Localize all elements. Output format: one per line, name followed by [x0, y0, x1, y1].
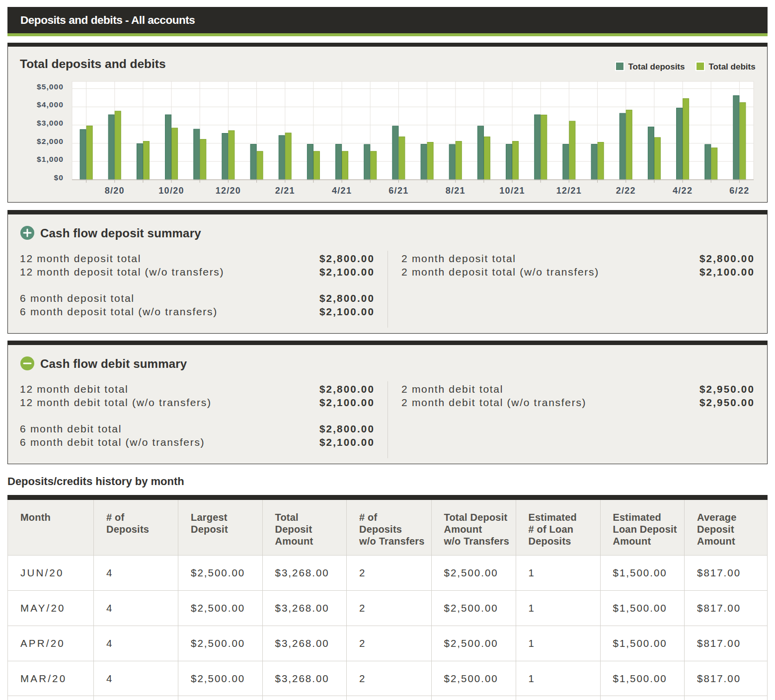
- svg-text:$4,000: $4,000: [37, 100, 64, 109]
- svg-text:$0: $0: [54, 173, 64, 182]
- svg-text:12/20: 12/20: [216, 186, 241, 196]
- svg-text:10/20: 10/20: [158, 186, 184, 196]
- svg-text:8/20: 8/20: [105, 186, 125, 196]
- svg-text:2/21: 2/21: [275, 186, 295, 196]
- svg-text:$3,000: $3,000: [37, 119, 64, 127]
- svg-text:2/22: 2/22: [616, 186, 636, 196]
- svg-text:4/22: 4/22: [673, 186, 693, 196]
- svg-text:4/21: 4/21: [332, 186, 352, 196]
- svg-text:$2,000: $2,000: [37, 137, 64, 145]
- svg-text:$1,000: $1,000: [37, 155, 64, 163]
- svg-text:12/21: 12/21: [556, 186, 582, 196]
- svg-text:6/21: 6/21: [388, 186, 408, 196]
- svg-text:10/21: 10/21: [499, 186, 525, 196]
- svg-text:8/21: 8/21: [446, 186, 465, 196]
- svg-text:$5,000: $5,000: [37, 82, 64, 91]
- svg-text:6/22: 6/22: [729, 186, 749, 196]
